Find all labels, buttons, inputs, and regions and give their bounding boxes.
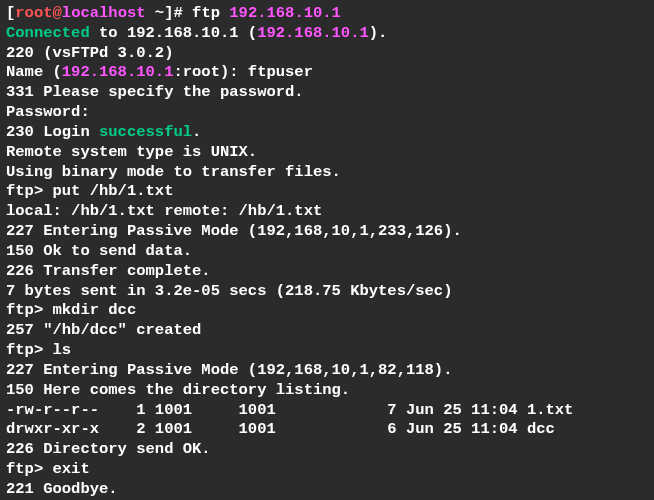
ftp-exit: ftp> exit bbox=[6, 460, 648, 480]
connected-line: Connected to 192.168.10.1 (192.168.10.1)… bbox=[6, 24, 648, 44]
ftp-ip: 192.168.10.1 bbox=[229, 4, 341, 22]
ftp-mkdir: ftp> mkdir dcc bbox=[6, 301, 648, 321]
listing-dir: drwxr-xr-x 2 1001 1001 6 Jun 25 11:04 dc… bbox=[6, 420, 648, 440]
login-line: 230 Login successful. bbox=[6, 123, 648, 143]
prompt-host: localhost bbox=[62, 4, 146, 22]
goodbye-line: 221 Goodbye. bbox=[6, 480, 648, 500]
dir-created: 257 "/hb/dcc" created bbox=[6, 321, 648, 341]
system-type: Remote system type is UNIX. bbox=[6, 143, 648, 163]
transfer-complete: 226 Transfer complete. bbox=[6, 262, 648, 282]
dir-send-ok: 226 Directory send OK. bbox=[6, 440, 648, 460]
banner-line: 220 (vsFTPd 3.0.2) bbox=[6, 44, 648, 64]
password-prompt: Password: bbox=[6, 103, 648, 123]
local-remote-line: local: /hb/1.txt remote: /hb/1.txt bbox=[6, 202, 648, 222]
cmd-ftp: ftp bbox=[192, 4, 229, 22]
pasv-2: 227 Entering Passive Mode (192,168,10,1,… bbox=[6, 361, 648, 381]
ok-send: 150 Ok to send data. bbox=[6, 242, 648, 262]
binary-mode: Using binary mode to transfer files. bbox=[6, 163, 648, 183]
ftp-put: ftp> put /hb/1.txt bbox=[6, 182, 648, 202]
dir-listing-header: 150 Here comes the directory listing. bbox=[6, 381, 648, 401]
listing-file: -rw-r--r-- 1 1001 1001 7 Jun 25 11:04 1.… bbox=[6, 401, 648, 421]
ftp-ls: ftp> ls bbox=[6, 341, 648, 361]
name-line: Name (192.168.10.1:root): ftpuser bbox=[6, 63, 648, 83]
prompt-user: root bbox=[15, 4, 52, 22]
bytes-sent: 7 bytes sent in 3.2e-05 secs (218.75 Kby… bbox=[6, 282, 648, 302]
shell-prompt-line: [root@localhost ~]# ftp 192.168.10.1 bbox=[6, 4, 648, 24]
resp-331: 331 Please specify the password. bbox=[6, 83, 648, 103]
pasv-1: 227 Entering Passive Mode (192,168,10,1,… bbox=[6, 222, 648, 242]
terminal-output[interactable]: [root@localhost ~]# ftp 192.168.10.1 Con… bbox=[6, 4, 648, 500]
